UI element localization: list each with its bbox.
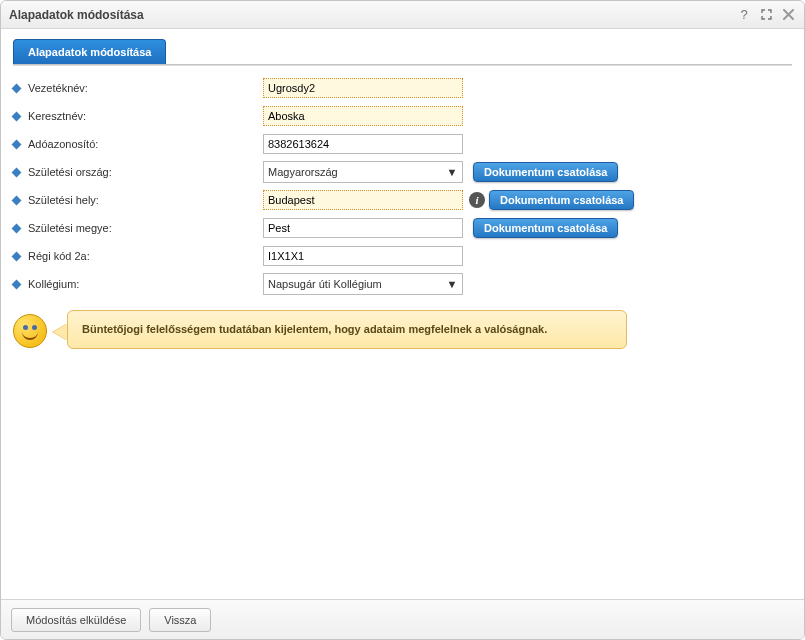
bullet-icon [12, 167, 22, 177]
attach-button-country[interactable]: Dokumentum csatolása [473, 162, 618, 182]
attach-button-place[interactable]: Dokumentum csatolása [489, 190, 634, 210]
label-dormitory: Kollégium: [13, 278, 263, 290]
chevron-down-icon: ▼ [444, 164, 460, 180]
label-birth-county: Születési megye: [13, 222, 263, 234]
bullet-icon [12, 251, 22, 261]
birth-place-input[interactable] [263, 190, 463, 210]
bullet-icon [12, 223, 22, 233]
old-code-input[interactable] [263, 246, 463, 266]
label-lastname: Vezetéknév: [13, 82, 263, 94]
row-dormitory: Kollégium: Napsugár úti Kollégium ▼ [13, 272, 792, 296]
attach-button-county[interactable]: Dokumentum csatolása [473, 218, 618, 238]
label-birth-country: Születési ország: [13, 166, 263, 178]
label-text: Keresztnév: [28, 110, 86, 122]
label-text: Születési ország: [28, 166, 112, 178]
label-text: Adóazonosító: [28, 138, 98, 150]
content-area: Alapadatok módosítása Vezetéknév: Keresz… [1, 29, 804, 599]
label-birth-place: Születési hely: [13, 194, 263, 206]
speech-tail [53, 324, 67, 340]
back-button[interactable]: Vissza [149, 608, 211, 632]
row-birth-place: Születési hely: i Dokumentum csatolása [13, 188, 792, 212]
tab-basic-data[interactable]: Alapadatok módosítása [13, 39, 166, 64]
label-text: Kollégium: [28, 278, 79, 290]
bullet-icon [12, 83, 22, 93]
row-firstname: Keresztnév: [13, 104, 792, 128]
tab-underline [13, 64, 792, 66]
close-icon[interactable] [780, 7, 796, 23]
bullet-icon [12, 139, 22, 149]
info-icon[interactable]: i [469, 192, 485, 208]
window-title: Alapadatok módosítása [9, 8, 730, 22]
birth-county-input[interactable] [263, 218, 463, 238]
select-value: Napsugár úti Kollégium [268, 278, 382, 290]
dormitory-select[interactable]: Napsugár úti Kollégium ▼ [263, 273, 463, 295]
bullet-icon [12, 279, 22, 289]
titlebar: Alapadatok módosítása ? [1, 1, 804, 29]
label-text: Vezetéknév: [28, 82, 88, 94]
chevron-down-icon: ▼ [444, 276, 460, 292]
firstname-input[interactable] [263, 106, 463, 126]
row-lastname: Vezetéknév: [13, 76, 792, 100]
label-taxid: Adóazonosító: [13, 138, 263, 150]
row-old-code: Régi kód 2a: [13, 244, 792, 268]
bullet-icon [12, 195, 22, 205]
label-text: Születési hely: [28, 194, 99, 206]
label-text: Régi kód 2a: [28, 250, 90, 262]
maximize-icon[interactable] [758, 7, 774, 23]
notice-bar: Büntetőjogi felelősségem tudatában kijel… [13, 310, 792, 349]
row-birth-county: Születési megye: Dokumentum csatolása [13, 216, 792, 240]
submit-button[interactable]: Módosítás elküldése [11, 608, 141, 632]
dialog-window: Alapadatok módosítása ? Alapadatok módos… [0, 0, 805, 640]
bullet-icon [12, 111, 22, 121]
notice-text: Büntetőjogi felelősségem tudatában kijel… [67, 310, 627, 349]
label-old-code: Régi kód 2a: [13, 250, 263, 262]
label-text: Születési megye: [28, 222, 112, 234]
label-firstname: Keresztnév: [13, 110, 263, 122]
row-taxid: Adóazonosító: [13, 132, 792, 156]
birth-country-select[interactable]: Magyarország ▼ [263, 161, 463, 183]
footer: Módosítás elküldése Vissza [1, 599, 804, 639]
help-icon[interactable]: ? [736, 7, 752, 23]
select-value: Magyarország [268, 166, 338, 178]
taxid-input[interactable] [263, 134, 463, 154]
smiley-icon [13, 314, 47, 348]
lastname-input[interactable] [263, 78, 463, 98]
row-birth-country: Születési ország: Magyarország ▼ Dokumen… [13, 160, 792, 184]
